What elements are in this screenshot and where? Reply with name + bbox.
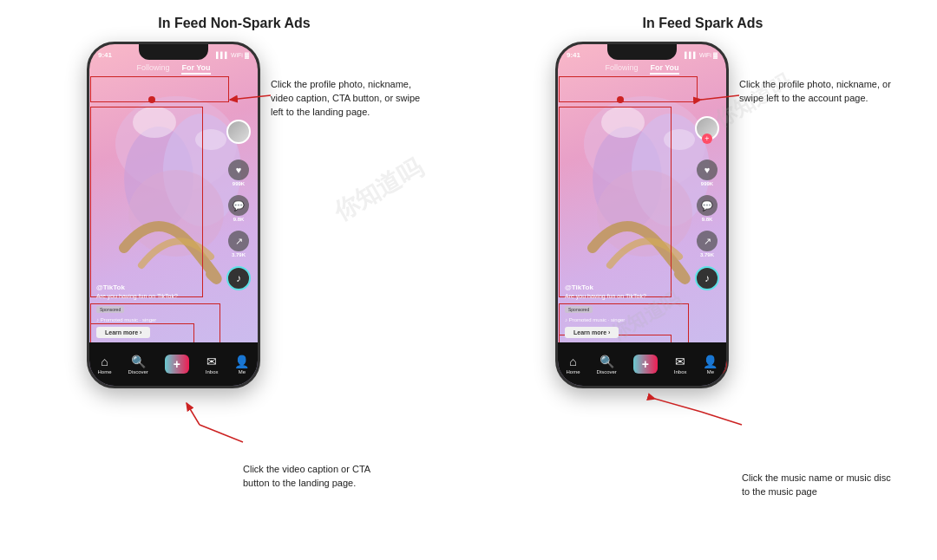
left-nav-foryou: For You <box>181 63 210 75</box>
left-share-icon: ↗ <box>228 231 249 251</box>
right-like-count: 999K <box>701 181 713 186</box>
left-annotation-top: Click the profile photo, nickname, video… <box>271 78 423 120</box>
right-caption: Are you having fun on TikTok? <box>565 293 688 299</box>
left-battery-icon: ▓ <box>245 52 249 58</box>
right-nav-inbox-label: Inbox <box>674 369 687 374</box>
left-avatar <box>226 120 251 144</box>
right-avatar-plus: + <box>702 133 712 144</box>
right-phone-frame: 9:41 ▌▌▌ WiFi ▓ Following For You <box>555 42 729 388</box>
right-annotation-top: Click the profile photo, nickname, or sw… <box>739 78 891 106</box>
right-nav-home-icon: ⌂ <box>569 355 576 368</box>
left-section-title: In Feed Non-Spark Ads <box>0 16 468 31</box>
right-share-count: 3.79K <box>700 252 714 257</box>
left-like-count: 999K <box>233 181 245 186</box>
right-username: @TikTok <box>565 283 688 291</box>
left-like-icon: ♥ <box>228 160 249 180</box>
left-phone-screen: 9:41 ▌▌▌ WiFi ▓ Following For You <box>89 44 258 386</box>
svg-point-5 <box>195 129 226 150</box>
right-comment-count: 9.8K <box>702 217 713 222</box>
right-battery-icon: ▓ <box>713 52 717 58</box>
right-nav-me-icon: 👤 <box>703 355 717 368</box>
left-music: ♪ Promoted music · singer <box>96 317 220 322</box>
left-comment-icon: 💬 <box>228 195 249 216</box>
left-nav-me-icon: 👤 <box>234 355 249 368</box>
right-section-title: In Feed Spark Ads <box>468 16 937 31</box>
left-nav-home-icon: ⌂ <box>101 355 108 368</box>
left-nav-me-label: Me <box>239 369 246 374</box>
right-signal-icon: ▌▌▌ <box>685 52 698 58</box>
left-nav-inbox-label: Inbox <box>206 369 219 374</box>
left-phone-frame: 9:41 ▌▌▌ WiFi ▓ Following For You <box>87 42 260 388</box>
right-wifi-icon: WiFi <box>699 52 711 58</box>
svg-point-14 <box>601 107 645 138</box>
right-music: ♪ Promoted music · singer <box>565 317 688 322</box>
left-tiktok-disc: ♪ <box>226 266 251 290</box>
left-sponsored-badge: Sponsored <box>96 306 124 313</box>
left-nav-discover-label: Discover <box>128 369 147 374</box>
right-tiktok-disc: ♪ <box>695 266 719 290</box>
right-phone-notch <box>607 44 677 60</box>
left-username: @TikTok <box>96 283 220 291</box>
right-share-icon: ↗ <box>697 231 717 251</box>
left-phone-notch <box>139 44 208 60</box>
right-nav-home-label: Home <box>566 369 580 374</box>
left-share-count: 3.79K <box>232 252 246 257</box>
svg-line-9 <box>187 403 200 425</box>
svg-line-19 <box>655 399 701 412</box>
left-signal-icon: ▌▌▌ <box>216 52 229 58</box>
right-nav-plus-btn: + <box>633 355 658 374</box>
left-nav-inbox-icon: ✉ <box>206 355 217 368</box>
right-status-time: 9:41 <box>567 51 580 59</box>
svg-line-8 <box>200 425 243 442</box>
right-phone-screen: 9:41 ▌▌▌ WiFi ▓ Following For You <box>558 44 726 386</box>
left-nav-plus-btn: + <box>165 355 189 374</box>
left-nav-discover-icon: 🔍 <box>131 355 146 368</box>
left-caption: Are you having fun on TikTok? <box>96 293 220 299</box>
left-annotation-bottom: Click the video caption or CTA button to… <box>243 463 386 491</box>
left-status-time: 9:41 <box>98 51 112 59</box>
right-nav-me-label: Me <box>707 369 714 374</box>
left-phone-wrapper: 9:41 ▌▌▌ WiFi ▓ Following For You <box>87 42 260 397</box>
left-cta-btn: Learn more › <box>96 327 150 338</box>
right-phone-wrapper: 9:41 ▌▌▌ WiFi ▓ Following For You <box>555 42 729 397</box>
right-nav-discover-icon: 🔍 <box>600 355 614 368</box>
right-annotation-bottom: Click the music name or music disc to th… <box>742 472 894 499</box>
svg-point-4 <box>133 107 176 138</box>
svg-point-15 <box>664 129 695 150</box>
right-sponsored-badge: Sponsored <box>565 306 593 313</box>
right-cta-btn: Learn more › <box>565 327 619 338</box>
right-nav-inbox-icon: ✉ <box>675 355 685 368</box>
svg-line-18 <box>701 412 742 425</box>
right-like-icon: ♥ <box>697 160 717 180</box>
left-nav-home-label: Home <box>97 369 111 374</box>
right-nav-following: Following <box>605 63 638 75</box>
right-comment-icon: 💬 <box>697 195 717 216</box>
right-nav-discover-label: Discover <box>596 369 616 374</box>
left-comment-count: 9.8K <box>233 217 245 222</box>
right-nav-foryou: For You <box>650 63 678 75</box>
left-wifi-icon: WiFi <box>231 52 243 58</box>
left-nav-following: Following <box>136 63 169 75</box>
